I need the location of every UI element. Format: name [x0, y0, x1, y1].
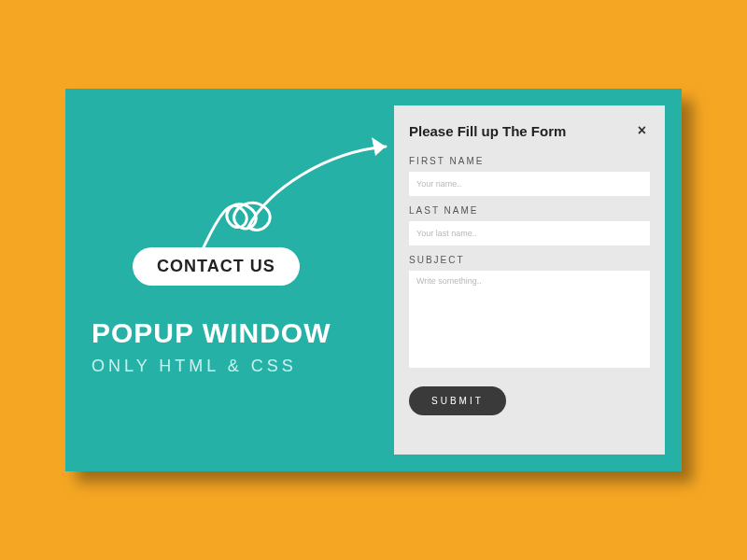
close-icon[interactable]: ×: [634, 120, 650, 141]
swirl-arrow-icon: [194, 124, 400, 255]
form-title: Please Fill up The Form: [409, 123, 566, 139]
contact-form-card: Please Fill up The Form × FIRST NAME LAS…: [394, 105, 665, 455]
contact-us-button[interactable]: CONTACT US: [133, 247, 300, 286]
first-name-input[interactable]: [409, 172, 650, 196]
first-name-label: FIRST NAME: [409, 156, 650, 166]
main-panel: CONTACT US POPUP WINDOW ONLY HTML & CSS …: [65, 89, 682, 471]
left-content: CONTACT US POPUP WINDOW ONLY HTML & CSS: [92, 247, 386, 376]
form-header: Please Fill up The Form ×: [409, 120, 650, 141]
svg-marker-0: [372, 137, 386, 156]
subject-label: SUBJECT: [409, 255, 650, 265]
last-name-label: LAST NAME: [409, 205, 650, 216]
submit-button[interactable]: SUBMIT: [409, 386, 506, 415]
popup-window-subtitle: ONLY HTML & CSS: [92, 357, 386, 376]
popup-window-title: POPUP WINDOW: [92, 317, 386, 349]
subject-textarea[interactable]: [409, 271, 650, 368]
last-name-input[interactable]: [409, 221, 650, 245]
